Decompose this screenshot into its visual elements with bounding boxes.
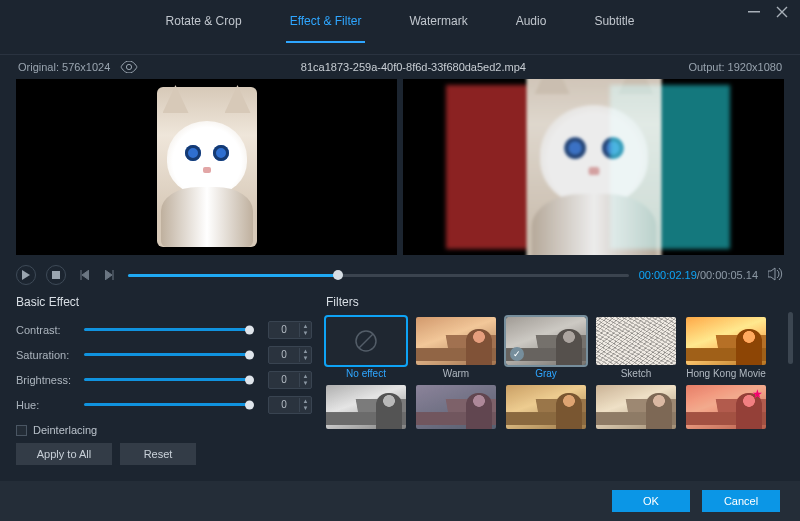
tab-effect-filter[interactable]: Effect & Filter xyxy=(290,14,362,42)
svg-point-1 xyxy=(127,64,132,69)
saturation-label: Saturation: xyxy=(16,349,84,361)
preview-image xyxy=(157,87,257,247)
svg-rect-2 xyxy=(52,271,60,279)
saturation-slider[interactable] xyxy=(84,353,250,356)
filters-title: Filters xyxy=(326,295,784,309)
tab-subtitle[interactable]: Subtitle xyxy=(594,14,634,42)
original-dimensions: Original: 576x1024 xyxy=(18,61,110,73)
contrast-spinner[interactable]: 0 ▲▼ xyxy=(268,321,312,339)
tab-watermark[interactable]: Watermark xyxy=(409,14,467,42)
brightness-down-icon[interactable]: ▼ xyxy=(300,380,311,387)
stop-button[interactable] xyxy=(46,265,66,285)
check-icon: ✓ xyxy=(510,347,524,361)
scrollbar-thumb[interactable] xyxy=(788,312,793,364)
seek-slider[interactable] xyxy=(128,274,629,277)
tab-rotate-crop[interactable]: Rotate & Crop xyxy=(166,14,242,42)
hue-value: 0 xyxy=(269,399,299,410)
filter-label-sketch: Sketch xyxy=(596,365,676,381)
brightness-up-icon[interactable]: ▲ xyxy=(300,373,311,380)
filter-sketch[interactable]: Sketch xyxy=(596,317,676,381)
hue-spinner[interactable]: 0 ▲▼ xyxy=(268,396,312,414)
deinterlacing-checkbox[interactable] xyxy=(16,425,27,436)
output-preview xyxy=(403,79,784,255)
filter-unnamed-8[interactable] xyxy=(506,385,586,429)
filter-label-hkm: Hong Kong Movie xyxy=(686,365,766,381)
filter-hong-kong-movie[interactable]: Hong Kong Movie xyxy=(686,317,766,381)
filter-gray[interactable]: ✓ Gray xyxy=(506,317,586,381)
filter-unnamed-9[interactable] xyxy=(596,385,676,429)
contrast-value: 0 xyxy=(269,324,299,335)
svg-line-4 xyxy=(359,334,373,348)
tab-audio[interactable]: Audio xyxy=(516,14,547,42)
no-effect-icon xyxy=(353,328,379,354)
saturation-up-icon[interactable]: ▲ xyxy=(300,348,311,355)
next-frame-button[interactable] xyxy=(102,267,118,283)
seek-handle[interactable] xyxy=(333,270,343,280)
close-button[interactable] xyxy=(772,4,792,20)
output-dimensions: Output: 1920x1080 xyxy=(688,61,782,73)
filter-label-gray: Gray xyxy=(506,365,586,381)
brightness-value: 0 xyxy=(269,374,299,385)
main-tabs: Rotate & Crop Effect & Filter Watermark … xyxy=(0,0,800,55)
transport-bar: 00:00:02.19/00:00:05.14 xyxy=(0,255,800,291)
filter-unnamed-6[interactable] xyxy=(326,385,406,429)
preview-visibility-icon[interactable] xyxy=(120,61,138,73)
filter-unnamed-10[interactable] xyxy=(686,385,766,429)
hue-slider[interactable] xyxy=(84,403,250,406)
brightness-slider[interactable] xyxy=(84,378,250,381)
hue-up-icon[interactable]: ▲ xyxy=(300,398,311,405)
filter-warm[interactable]: Warm xyxy=(416,317,496,381)
apply-to-all-button[interactable]: Apply to All xyxy=(16,443,112,465)
filters-panel: Filters No effect Warm ✓ Gray Sketch xyxy=(326,295,784,465)
prev-frame-button[interactable] xyxy=(76,267,92,283)
basic-effect-panel: Basic Effect Contrast: 0 ▲▼ Saturation: … xyxy=(16,295,312,465)
contrast-up-icon[interactable]: ▲ xyxy=(300,323,311,330)
volume-icon[interactable] xyxy=(768,267,784,284)
contrast-slider[interactable] xyxy=(84,328,250,331)
filter-unnamed-7[interactable] xyxy=(416,385,496,429)
original-preview xyxy=(16,79,397,255)
filename-label: 81ca1873-259a-40f0-8f6d-33f680da5ed2.mp4 xyxy=(138,61,688,73)
filter-label-warm: Warm xyxy=(416,365,496,381)
saturation-down-icon[interactable]: ▼ xyxy=(300,355,311,362)
brightness-spinner[interactable]: 0 ▲▼ xyxy=(268,371,312,389)
play-button[interactable] xyxy=(16,265,36,285)
contrast-down-icon[interactable]: ▼ xyxy=(300,330,311,337)
ok-button[interactable]: OK xyxy=(612,490,690,512)
filter-label-noeffect: No effect xyxy=(326,365,406,381)
info-bar: Original: 576x1024 81ca1873-259a-40f0-8f… xyxy=(0,55,800,79)
current-time: 00:00:02.19 xyxy=(639,269,697,281)
minimize-button[interactable] xyxy=(744,4,764,20)
preview-area xyxy=(0,79,800,255)
filters-scrollbar[interactable] xyxy=(788,312,794,430)
brightness-label: Brightness: xyxy=(16,374,84,386)
basic-effect-title: Basic Effect xyxy=(16,295,312,309)
saturation-value: 0 xyxy=(269,349,299,360)
reset-button[interactable]: Reset xyxy=(120,443,196,465)
footer: OK Cancel xyxy=(0,481,800,521)
cancel-button[interactable]: Cancel xyxy=(702,490,780,512)
total-time: /00:00:05.14 xyxy=(697,269,758,281)
contrast-label: Contrast: xyxy=(16,324,84,336)
filter-no-effect[interactable]: No effect xyxy=(326,317,406,381)
hue-label: Hue: xyxy=(16,399,84,411)
deinterlacing-label: Deinterlacing xyxy=(33,424,97,436)
svg-rect-0 xyxy=(748,11,760,13)
hue-down-icon[interactable]: ▼ xyxy=(300,405,311,412)
saturation-spinner[interactable]: 0 ▲▼ xyxy=(268,346,312,364)
